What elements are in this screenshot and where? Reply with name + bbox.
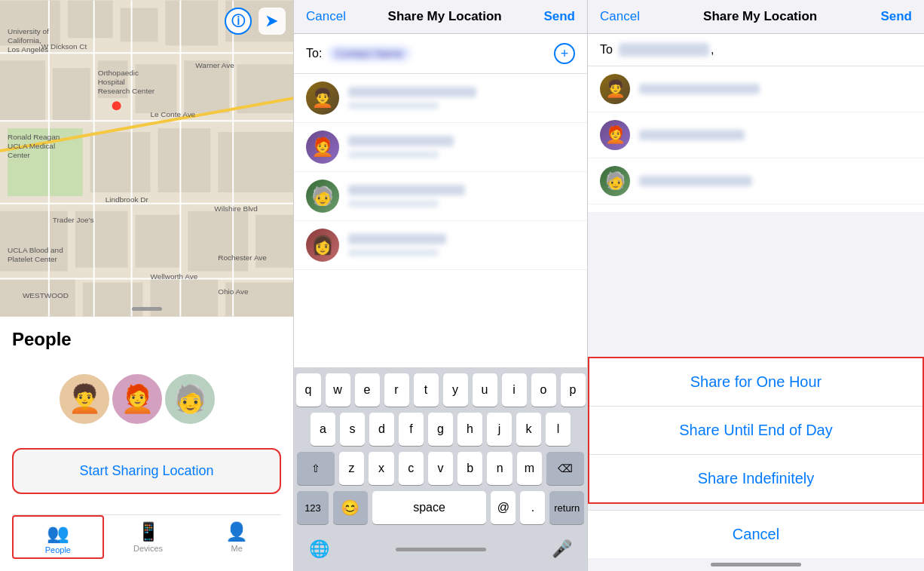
tab-me-label: Me — [231, 544, 243, 553]
tab-people-label: People — [45, 545, 71, 554]
add-contact-button[interactable]: + — [554, 43, 575, 64]
map-location-button[interactable] — [259, 8, 286, 35]
to-input-area[interactable]: Contact Name — [328, 46, 554, 61]
tab-devices[interactable]: 📱 Devices — [104, 515, 193, 559]
contact-row[interactable]: 🧓 — [294, 172, 587, 221]
key-delete[interactable]: ⌫ — [546, 452, 584, 485]
key-h[interactable]: h — [457, 413, 482, 446]
key-period[interactable]: . — [520, 491, 545, 524]
key-shift[interactable]: ⇧ — [297, 452, 335, 485]
svg-text:WESTWOOD: WESTWOOD — [23, 291, 69, 299]
key-k[interactable]: k — [516, 413, 541, 446]
key-v[interactable]: v — [428, 452, 453, 485]
dur-contact-row[interactable]: 🧑‍🦱 — [588, 66, 924, 112]
key-j[interactable]: j — [487, 413, 512, 446]
svg-text:UCLA Medical: UCLA Medical — [8, 142, 55, 150]
key-w[interactable]: w — [326, 373, 350, 407]
svg-rect-23 — [150, 279, 218, 317]
map-scroll-indicator — [132, 307, 162, 311]
key-a[interactable]: a — [311, 413, 335, 446]
me-icon: 👤 — [225, 521, 248, 542]
key-i[interactable]: i — [502, 373, 527, 407]
home-indicator — [396, 548, 486, 551]
key-numbers[interactable]: 123 — [297, 491, 329, 524]
mic-icon[interactable]: 🎤 — [546, 533, 578, 565]
svg-text:Lindbrook Dr: Lindbrook Dr — [106, 195, 149, 204]
svg-text:UCLA Blood and: UCLA Blood and — [8, 246, 63, 254]
contact-avatar-2: 🧑‍🦰 — [306, 130, 339, 164]
contact-detail-2 — [348, 151, 439, 158]
share-one-hour-button[interactable]: Share for One Hour — [589, 358, 922, 407]
key-r[interactable]: r — [384, 373, 409, 407]
duration-to-chip — [619, 43, 709, 57]
dur-contact-row[interactable]: 🧑‍🦰 — [588, 112, 924, 158]
svg-rect-7 — [53, 68, 90, 121]
svg-text:W Dickson Ct: W Dickson Ct — [41, 42, 87, 51]
key-e[interactable]: e — [355, 373, 380, 407]
contact-avatar-4: 👩 — [306, 229, 339, 262]
contact-detail-3 — [348, 200, 439, 207]
tab-people[interactable]: 👥 People — [12, 515, 104, 559]
duration-nav-title: Share My Location — [703, 9, 817, 24]
map-area: University of California, Los Angeles Or… — [0, 0, 293, 317]
keyboard-row-1: q w e r t y u i o p — [297, 373, 584, 407]
key-b[interactable]: b — [457, 452, 482, 485]
share-indefinitely-button[interactable]: Share Indefinitely — [589, 455, 922, 502]
duration-cancel-button[interactable]: Cancel — [588, 510, 924, 558]
svg-rect-13 — [90, 132, 151, 192]
key-m[interactable]: m — [517, 452, 542, 485]
svg-rect-18 — [136, 215, 181, 268]
key-emoji[interactable]: 😊 — [333, 491, 368, 524]
keyboard-row-4: 123 😊 space @ . return — [297, 491, 584, 524]
key-s[interactable]: s — [340, 413, 365, 446]
key-at[interactable]: @ — [491, 491, 516, 524]
map-info-button[interactable]: ⓘ — [225, 8, 252, 35]
dur-avatar-1: 🧑‍🦱 — [600, 74, 630, 104]
share-end-of-day-button[interactable]: Share Until End of Day — [589, 407, 922, 455]
keyboard-row-3: ⇧ z x c v b n m ⌫ — [297, 452, 584, 485]
key-g[interactable]: g — [428, 413, 453, 446]
key-f[interactable]: f — [399, 413, 424, 446]
duration-cancel-nav-button[interactable]: Cancel — [600, 9, 640, 24]
contact-name-4 — [348, 234, 446, 244]
svg-text:Platelet Center: Platelet Center — [8, 255, 58, 263]
svg-rect-2 — [68, 1, 113, 38]
contact-row[interactable]: 👩 — [294, 221, 587, 270]
tab-me[interactable]: 👤 Me — [192, 515, 281, 559]
key-q[interactable]: q — [296, 373, 321, 407]
share-cancel-button[interactable]: Cancel — [306, 9, 346, 24]
people-icon: 👥 — [47, 523, 69, 544]
key-p[interactable]: p — [561, 373, 586, 407]
key-x[interactable]: x — [369, 452, 393, 485]
key-d[interactable]: d — [369, 413, 394, 446]
key-return[interactable]: return — [549, 491, 584, 524]
contact-row[interactable]: 🧑‍🦱 — [294, 74, 587, 123]
key-z[interactable]: z — [339, 452, 364, 485]
contact-avatar-1: 🧑‍🦱 — [306, 81, 339, 115]
key-l[interactable]: l — [546, 413, 571, 446]
duration-send-button[interactable]: Send — [880, 9, 912, 24]
dur-contact-row[interactable]: 👩 — [588, 204, 924, 212]
svg-text:University of: University of — [8, 27, 49, 35]
key-space[interactable]: space — [372, 491, 487, 524]
dur-contact-row[interactable]: 🧓 — [588, 158, 924, 204]
contact-row[interactable]: 🧑‍🦰 — [294, 123, 587, 172]
key-n[interactable]: n — [487, 452, 512, 485]
contact-detail-1 — [348, 102, 439, 109]
key-t[interactable]: t — [414, 373, 439, 407]
avatar-2: 🧑‍🦰 — [110, 372, 164, 426]
key-y[interactable]: y — [443, 373, 468, 407]
svg-text:Rochester Ave: Rochester Ave — [218, 253, 267, 262]
avatar-3: 🧓 — [163, 372, 217, 426]
svg-rect-19 — [188, 211, 248, 272]
start-sharing-button[interactable]: Start Sharing Location — [12, 448, 281, 494]
duration-to-comma: , — [711, 43, 714, 57]
globe-icon[interactable]: 🌐 — [303, 533, 335, 565]
key-o[interactable]: o — [531, 373, 556, 407]
key-c[interactable]: c — [399, 452, 424, 485]
share-send-button[interactable]: Send — [543, 9, 575, 24]
dur-name-2 — [639, 130, 745, 140]
share-nav: Cancel Share My Location Send — [294, 0, 587, 34]
contact-name-2 — [348, 136, 454, 146]
key-u[interactable]: u — [473, 373, 497, 407]
